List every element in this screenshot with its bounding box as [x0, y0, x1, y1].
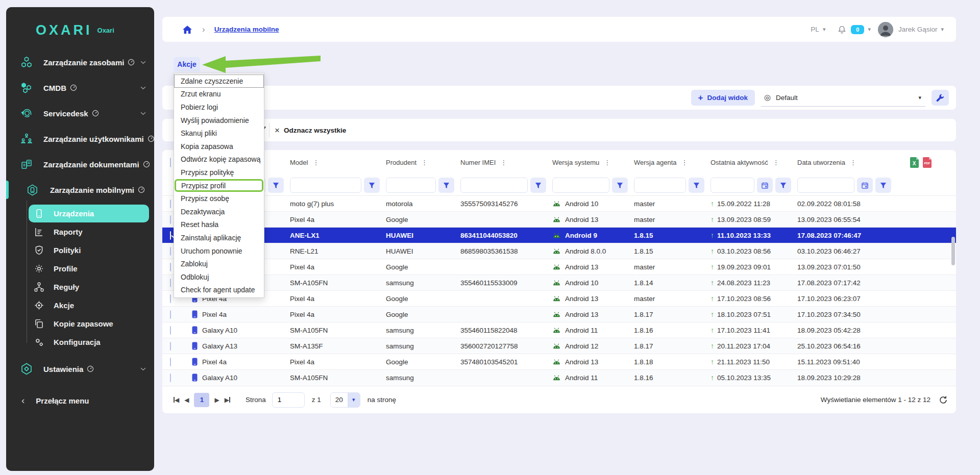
- producer-filter-button[interactable]: [438, 178, 454, 193]
- refresh-icon[interactable]: [939, 395, 948, 405]
- sidebar-item[interactable]: Zarządzanie dokumentami: [6, 152, 154, 177]
- menu-item[interactable]: Uruchom ponownie: [174, 244, 264, 258]
- created-filter-button[interactable]: [875, 178, 891, 193]
- sidebar-subitem[interactable]: Urządzenia: [29, 205, 149, 222]
- export-pdf-icon[interactable]: PDF: [922, 157, 932, 168]
- menu-item[interactable]: Przypisz profil: [175, 179, 263, 192]
- column-menu-icon[interactable]: ⋮: [773, 159, 779, 166]
- column-header[interactable]: Produdent ⋮: [386, 159, 460, 166]
- table-row[interactable]: Pixel 4a Pixel 4a Google Android 13 mast…: [162, 290, 956, 306]
- created-filter-input[interactable]: [797, 178, 854, 193]
- next-page-button[interactable]: ▶: [214, 396, 219, 404]
- view-select[interactable]: ◎ Default ▾: [761, 89, 925, 107]
- menu-item[interactable]: Zablokuj: [174, 257, 264, 270]
- table-row[interactable]: ANE-LX1 HUAWEI 863411044053820 Android 9…: [162, 227, 956, 243]
- menu-item[interactable]: Pobierz logi: [174, 101, 264, 114]
- model-filter-button[interactable]: [364, 178, 380, 193]
- row-checkbox[interactable]: [170, 342, 171, 351]
- sidebar-item-settings[interactable]: Ustawienia: [6, 356, 154, 382]
- sidebar-subitem[interactable]: Konfiguracja: [29, 333, 149, 351]
- add-view-button[interactable]: + Dodaj widok: [691, 90, 755, 106]
- menu-item[interactable]: Wyślij powiadomienie: [174, 114, 264, 127]
- column-menu-icon[interactable]: ⋮: [850, 159, 856, 166]
- last-activity-filter-button[interactable]: [775, 178, 791, 193]
- per-page-select[interactable]: 20 ▾: [330, 392, 360, 408]
- toggle-menu-button[interactable]: ‹ Przełącz menu: [6, 389, 154, 412]
- column-menu-icon[interactable]: ⋮: [604, 159, 610, 166]
- menu-item[interactable]: Odblokuj: [174, 270, 264, 284]
- table-row[interactable]: Pixel 4a Google Android 13 master ↑ 19.0…: [162, 259, 956, 274]
- table-row[interactable]: Pixel 4a Pixel 4a Google Android 13 1.8.…: [162, 306, 956, 322]
- row-checkbox[interactable]: [170, 326, 171, 335]
- sidebar-subitem[interactable]: Akcje: [29, 296, 149, 314]
- menu-item[interactable]: Dezaktywacja: [174, 205, 264, 218]
- producer-filter-input[interactable]: [386, 178, 436, 193]
- row-checkbox[interactable]: [170, 199, 171, 208]
- row-checkbox[interactable]: [170, 373, 171, 382]
- column-header[interactable]: Model ⋮: [290, 159, 386, 166]
- menu-item[interactable]: Zdalne czyszczenie: [174, 74, 264, 88]
- sidebar-item-mobile-management[interactable]: Zarządzanie mobilnymi: [6, 177, 154, 203]
- first-page-button[interactable]: ◀: [174, 396, 179, 404]
- column-header[interactable]: Ostatnia aktywność ⋮: [710, 159, 797, 166]
- table-row[interactable]: Galaxy A13 SM-A135F samsung 356002720127…: [162, 338, 956, 354]
- row-checkbox[interactable]: [170, 358, 171, 366]
- menu-item[interactable]: Reset hasła: [174, 218, 264, 232]
- menu-item[interactable]: Zrzut ekranu: [174, 88, 264, 101]
- sidebar-subitem[interactable]: Profile: [29, 260, 149, 278]
- sidebar-item[interactable]: Zarządzanie użytkownikami: [6, 126, 154, 152]
- row-checkbox[interactable]: [170, 247, 171, 256]
- chevron-down-icon[interactable]: ▾: [823, 26, 826, 33]
- menu-item[interactable]: Przypisz politykę: [174, 166, 264, 179]
- column-menu-icon[interactable]: ⋮: [500, 159, 507, 166]
- select-all-checkbox[interactable]: [170, 158, 171, 167]
- last-activity-filter-input[interactable]: [710, 178, 754, 193]
- menu-item[interactable]: Zainstaluj aplikację: [174, 231, 264, 244]
- row-checkbox[interactable]: [170, 310, 171, 319]
- column-menu-icon[interactable]: ⋮: [681, 159, 688, 166]
- created-calendar-button[interactable]: [857, 178, 873, 193]
- table-row[interactable]: RNE-L21 HUAWEI 868598035361538 Android 8…: [162, 243, 956, 259]
- sidebar-item[interactable]: Zarządzanie zasobami: [6, 49, 154, 75]
- row-checkbox[interactable]: [170, 294, 171, 303]
- last-activity-calendar-button[interactable]: [757, 178, 773, 193]
- table-row[interactable]: moto g(7) plus motorola 355575093145276 …: [162, 195, 956, 211]
- menu-item[interactable]: Skanuj pliki: [174, 127, 264, 140]
- row-checkbox[interactable]: [170, 279, 171, 287]
- notifications-bell-icon[interactable]: [838, 25, 846, 34]
- sidebar-item[interactable]: Servicedesk: [6, 101, 154, 126]
- deselect-all-button[interactable]: Odznacz wszystkie: [284, 127, 346, 134]
- page-number-input[interactable]: [272, 392, 305, 408]
- table-row[interactable]: Pixel 4a Google Android 13 master ↑ 13.0…: [162, 211, 956, 227]
- menu-item[interactable]: Odtwórz kopię zapasową: [174, 153, 264, 166]
- home-icon[interactable]: [183, 26, 192, 34]
- avatar[interactable]: [878, 22, 893, 37]
- chevron-down-icon[interactable]: ▾: [868, 26, 871, 33]
- menu-item[interactable]: Przypisz osobę: [174, 192, 264, 205]
- language-selector[interactable]: PL: [811, 26, 819, 33]
- model-filter-input[interactable]: [290, 178, 361, 193]
- table-row[interactable]: Galaxy A10 SM-A105FN samsung Android 11 …: [162, 369, 956, 385]
- export-excel-icon[interactable]: X: [910, 157, 919, 168]
- column-menu-icon[interactable]: ⋮: [312, 159, 319, 166]
- chevron-down-icon[interactable]: ▾: [941, 26, 944, 33]
- os-filter-input[interactable]: [552, 178, 609, 193]
- previous-page-button[interactable]: ◀: [184, 396, 189, 404]
- current-page-button[interactable]: 1: [194, 393, 209, 407]
- last-page-button[interactable]: ▶: [225, 396, 230, 404]
- column-header[interactable]: Data utworzenia ⋮: [797, 159, 897, 166]
- notification-count-badge[interactable]: 0: [851, 25, 864, 34]
- menu-item[interactable]: Check for agent update: [174, 284, 264, 297]
- menu-item[interactable]: Kopia zapasowa: [174, 140, 264, 153]
- column-header[interactable]: Wersja agenta ⋮: [634, 159, 710, 166]
- row-checkbox[interactable]: [170, 215, 171, 224]
- agent-filter-input[interactable]: [634, 178, 686, 193]
- sidebar-subitem[interactable]: Kopie zapasowe: [29, 315, 149, 333]
- column-menu-icon[interactable]: ⋮: [421, 159, 428, 166]
- agent-filter-button[interactable]: [689, 178, 704, 193]
- sidebar-item[interactable]: CMDB: [6, 75, 154, 101]
- row-checkbox[interactable]: [170, 231, 171, 240]
- column-header[interactable]: Wersja systemu ⋮: [552, 159, 634, 166]
- row-checkbox[interactable]: [170, 263, 171, 271]
- table-row[interactable]: Galaxy A10 SM-A105FN samsung 35546011582…: [162, 322, 956, 338]
